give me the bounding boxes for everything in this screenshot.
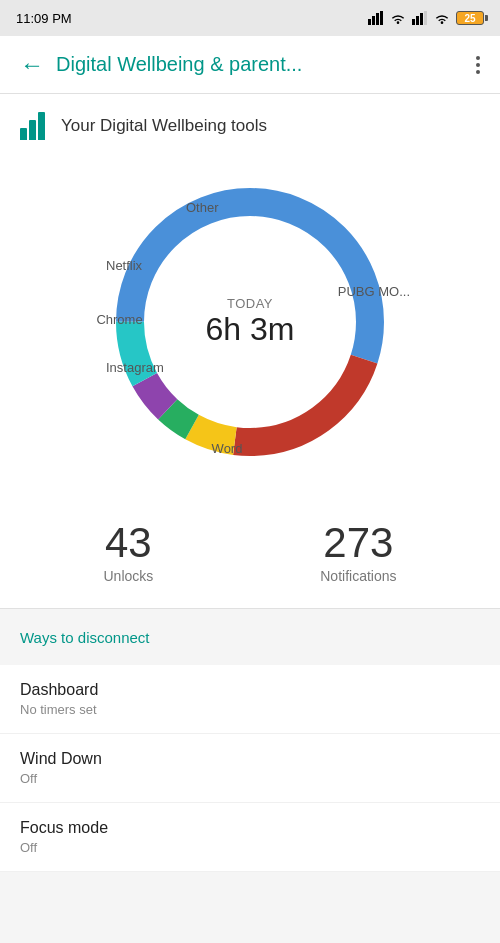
svg-rect-1 <box>372 16 375 25</box>
bar-3 <box>38 112 45 140</box>
chart-center: TODAY 6h 3m <box>206 296 295 348</box>
label-other: Other <box>186 200 219 215</box>
chart-time-value: 6h 3m <box>206 311 295 348</box>
wind-down-title: Wind Down <box>20 750 480 768</box>
status-bar: 11:09 PM 25 <box>0 0 500 36</box>
dot-2 <box>476 63 480 67</box>
dashboard-item[interactable]: Dashboard No timers set <box>0 665 500 734</box>
focus-mode-item[interactable]: Focus mode Off <box>0 803 500 872</box>
signal-icon-1 <box>368 11 384 25</box>
chart-today-label: TODAY <box>206 296 295 311</box>
signal-icon-2 <box>412 11 428 25</box>
svg-rect-2 <box>376 13 379 25</box>
unlocks-value: 43 <box>103 522 153 564</box>
notifications-label: Notifications <box>320 568 396 584</box>
dashboard-title: Dashboard <box>20 681 480 699</box>
svg-rect-7 <box>424 11 427 25</box>
wifi-icon-1 <box>390 12 406 24</box>
svg-rect-5 <box>416 16 419 25</box>
battery-icon: 25 <box>456 11 484 25</box>
section-spacer-top <box>0 657 500 665</box>
label-instagram: Instagram <box>106 360 164 375</box>
svg-rect-3 <box>380 11 383 25</box>
label-pubg: PUBG MO... <box>338 284 410 299</box>
focus-mode-title: Focus mode <box>20 819 480 837</box>
label-netflix: Netflix <box>106 258 142 273</box>
unlocks-stat: 43 Unlocks <box>103 522 153 584</box>
section-header: Ways to disconnect <box>0 609 500 657</box>
tools-header-title: Your Digital Wellbeing tools <box>61 116 267 136</box>
wifi-icon-2 <box>434 12 450 24</box>
ways-to-disconnect-section: Ways to disconnect Dashboard No timers s… <box>0 609 500 872</box>
notifications-stat: 273 Notifications <box>320 522 396 584</box>
focus-mode-subtitle: Off <box>20 840 480 855</box>
stats-row: 43 Unlocks 273 Notifications <box>0 502 500 609</box>
more-options-button[interactable] <box>468 48 488 82</box>
wellbeing-chart-icon <box>20 112 45 140</box>
label-word: Word <box>212 441 243 456</box>
status-icons: 25 <box>368 11 484 25</box>
main-content: Your Digital Wellbeing tools .donut-seg … <box>0 94 500 609</box>
wind-down-item[interactable]: Wind Down Off <box>0 734 500 803</box>
dashboard-subtitle: No timers set <box>20 702 480 717</box>
status-time: 11:09 PM <box>16 11 72 26</box>
bar-2 <box>29 120 36 140</box>
section-title: Ways to disconnect <box>20 629 150 646</box>
app-title: Digital Wellbeing & parent... <box>56 53 468 76</box>
dot-1 <box>476 56 480 60</box>
bar-1 <box>20 128 27 140</box>
tools-header: Your Digital Wellbeing tools <box>0 94 500 152</box>
svg-rect-4 <box>412 19 415 25</box>
donut-chart-wrapper: .donut-seg { fill: none; stroke-width: 2… <box>90 162 410 482</box>
app-bar: ← Digital Wellbeing & parent... <box>0 36 500 94</box>
svg-rect-6 <box>420 13 423 25</box>
unlocks-label: Unlocks <box>103 568 153 584</box>
back-button[interactable]: ← <box>12 43 52 87</box>
svg-rect-0 <box>368 19 371 25</box>
notifications-value: 273 <box>320 522 396 564</box>
chart-section[interactable]: .donut-seg { fill: none; stroke-width: 2… <box>0 152 500 502</box>
wind-down-subtitle: Off <box>20 771 480 786</box>
dot-3 <box>476 70 480 74</box>
label-chrome: Chrome <box>96 312 142 327</box>
